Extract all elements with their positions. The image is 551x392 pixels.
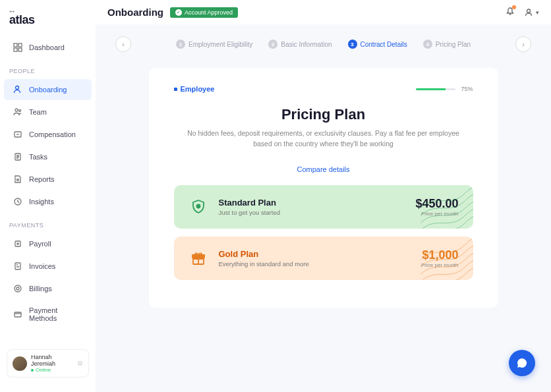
sidebar-item-billings[interactable]: Billings	[4, 278, 92, 299]
plan-desc: Just to get you started	[219, 209, 405, 216]
dashboard-icon	[13, 43, 22, 52]
sidebar-item-insights[interactable]: Insights	[4, 191, 92, 212]
svg-rect-3	[18, 48, 22, 51]
card-subtitle: No hidden fees, deposit requirements, or…	[174, 128, 473, 150]
sidebar-item-payment-methods[interactable]: Payment Methods	[4, 300, 92, 328]
svg-point-15	[527, 9, 531, 13]
svg-point-12	[14, 285, 21, 292]
team-icon	[13, 107, 22, 117]
invoices-icon	[13, 262, 22, 271]
gift-icon	[188, 248, 208, 268]
sidebar-item-tasks[interactable]: Tasks	[4, 146, 92, 167]
plan-name: Gold Plan	[219, 249, 411, 259]
sidebar-item-label: Compensation	[29, 130, 76, 138]
tasks-icon	[13, 152, 22, 161]
step-contract-details[interactable]: 3Contract Details	[348, 40, 407, 49]
user-status: Online	[31, 367, 73, 373]
step-employment-eligibility[interactable]: 1Employment Eligibility	[176, 40, 252, 49]
svg-rect-0	[14, 43, 17, 47]
payroll-icon	[13, 239, 22, 248]
plan-name: Standard Plan	[219, 198, 405, 208]
sidebar-item-compensation[interactable]: Compensation	[4, 124, 92, 145]
sidebar-item-label: Onboarding	[29, 86, 67, 94]
plan-standard[interactable]: Standard Plan Just to get you started $4…	[174, 185, 473, 229]
svg-point-5	[15, 109, 18, 111]
step-basic-information[interactable]: 2Basic Information	[268, 40, 332, 49]
plan-gold[interactable]: Gold Plan Everything in standard and mor…	[174, 237, 473, 280]
chat-fab[interactable]	[509, 350, 535, 376]
compare-details-link[interactable]: Compare details	[174, 165, 473, 173]
sidebar-section-payments: PAYMENTS	[0, 213, 96, 233]
sidebar-item-label: Team	[29, 108, 47, 116]
sidebar-item-invoices[interactable]: Invoices	[4, 256, 92, 277]
notifications-icon[interactable]	[506, 7, 515, 18]
header: Onboarding Account Approved ▾	[96, 0, 551, 24]
compensation-icon	[13, 130, 22, 139]
user-card[interactable]: Hannah Jeremiah Online ⚙	[7, 349, 89, 378]
sidebar-item-label: Billings	[29, 285, 52, 293]
user-name: Hannah Jeremiah	[31, 354, 73, 367]
stepper-next-button[interactable]: ›	[515, 36, 531, 52]
svg-point-16	[196, 204, 200, 208]
card-icon	[13, 310, 22, 319]
svg-rect-2	[14, 48, 17, 51]
sidebar-item-team[interactable]: Team	[4, 101, 92, 123]
svg-point-6	[19, 110, 21, 112]
sidebar-item-label: Reports	[29, 175, 55, 183]
sidebar-item-payroll[interactable]: Payroll	[4, 233, 92, 254]
status-badge: Account Approved	[170, 7, 238, 18]
step-pricing-plan[interactable]: 4Pricing Plan	[423, 40, 471, 49]
svg-rect-1	[18, 43, 22, 47]
stepper-prev-button[interactable]: ‹	[115, 36, 131, 52]
avatar	[13, 356, 27, 371]
sidebar-item-label: Insights	[29, 198, 54, 206]
svg-point-4	[16, 86, 19, 90]
sidebar-item-reports[interactable]: Reports	[4, 169, 92, 190]
user-menu[interactable]: ▾	[524, 8, 539, 17]
progress: 75%	[416, 86, 473, 92]
insights-icon	[13, 197, 22, 206]
shield-icon	[188, 197, 208, 217]
brand-logo: atlas	[0, 8, 96, 36]
sidebar-item-dashboard[interactable]: Dashboard	[4, 37, 92, 58]
sidebar-item-onboarding[interactable]: Onboarding	[4, 79, 92, 100]
reports-icon	[13, 175, 22, 184]
billings-icon	[13, 284, 22, 293]
employee-tag: Employee	[174, 85, 215, 93]
settings-icon[interactable]: ⚙	[77, 360, 83, 367]
progress-text: 75%	[461, 86, 473, 92]
sidebar-item-label: Invoices	[29, 262, 55, 270]
plan-desc: Everything in standard and more	[219, 260, 411, 267]
page-title: Onboarding	[107, 7, 163, 18]
sidebar-item-label: Tasks	[29, 153, 47, 161]
decorative-pattern	[420, 185, 473, 229]
sidebar: atlas Dashboard PEOPLE Onboarding Team C…	[0, 0, 96, 392]
sidebar-item-label: Dashboard	[29, 43, 65, 51]
sidebar-item-label: Payroll	[29, 240, 51, 248]
pricing-card: Employee 75% Pricing Plan No hidden fees…	[149, 68, 498, 308]
svg-point-13	[16, 287, 19, 290]
card-title: Pricing Plan	[174, 106, 473, 123]
svg-rect-14	[14, 312, 21, 317]
stepper: ‹ 1Employment Eligibility 2Basic Informa…	[115, 36, 531, 52]
person-add-icon	[13, 85, 22, 94]
svg-rect-11	[15, 263, 20, 269]
decorative-pattern	[420, 237, 473, 280]
sidebar-section-people: PEOPLE	[0, 59, 96, 78]
main: Onboarding Account Approved ▾ ‹ 1Employm…	[96, 0, 551, 392]
sidebar-item-label: Payment Methods	[29, 306, 82, 322]
